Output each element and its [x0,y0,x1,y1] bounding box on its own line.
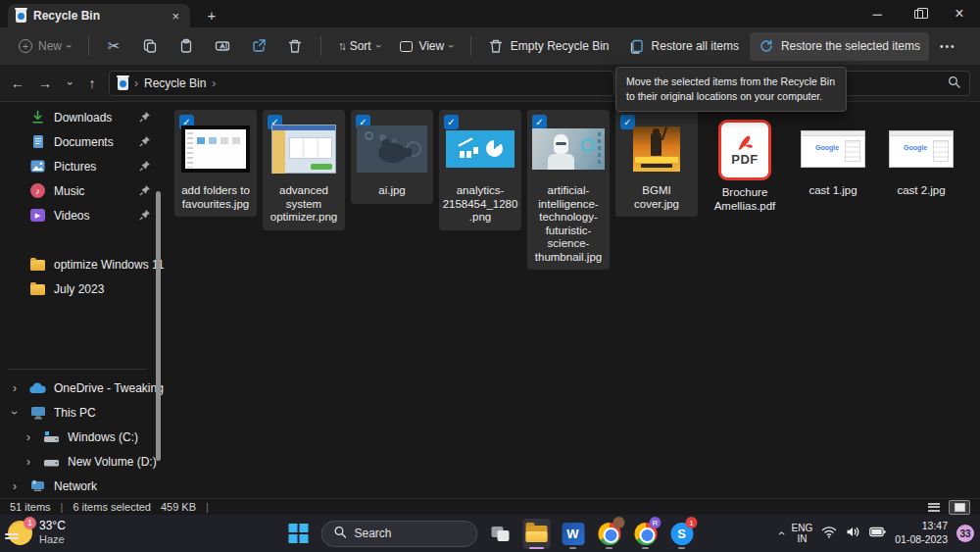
copy-icon [142,38,159,55]
task-view-button[interactable] [487,517,514,550]
status-bar: 51 items | 6 items selected 459 KB | [0,498,980,515]
share-icon [251,38,268,55]
chevron-right-icon[interactable]: › [22,430,35,444]
paste-icon [178,38,195,55]
file-name: cast 1.jpg [808,184,857,198]
weather-widget[interactable]: 1 33°C Haze [8,519,66,547]
restore-selected-items-button[interactable]: Restore the selected items [750,32,929,61]
chrome-profile2-button[interactable]: R [632,517,660,550]
maximize-button[interactable] [898,0,939,27]
taskbar-search[interactable]: Search [321,521,478,547]
file-tile[interactable]: ✓ analytics-2158454_1280.png [439,110,521,230]
wifi-icon[interactable] [821,526,837,541]
address-field[interactable]: › Recycle Bin › [109,71,614,96]
new-tab-button[interactable]: + [201,5,222,25]
view-button[interactable]: View › [391,33,462,59]
file-name: add folders to favourites.jpg [177,184,254,211]
chrome-button[interactable] [596,517,623,550]
file-tile[interactable]: ✓ BGMI cover.jpg [615,110,698,217]
divider [88,36,89,56]
sidebar-item-documents[interactable]: Documents [0,129,165,154]
google-logo: Google [904,144,927,151]
running-indicator [569,547,576,550]
sidebar-item-videos[interactable]: ▶ Videos [0,203,165,227]
hidden-icons-chevron[interactable]: › [774,531,788,535]
sidebar-item-music[interactable]: ♪ Music [0,178,165,203]
weather-condition: Haze [39,533,66,547]
more-options-button[interactable]: ••• [931,35,965,58]
sort-button[interactable]: ↑↓ Sort › [329,33,390,59]
copy-button[interactable] [133,32,168,61]
main-area: Downloads Documents Pictures ♪ Music [0,102,980,498]
checkbox-checked[interactable]: ✓ [532,115,547,129]
sidebar-item-july-2023[interactable]: July 2023 [0,276,165,301]
checkbox-checked[interactable]: ✓ [444,115,459,129]
file-tile[interactable]: ✓ advanced system optimizer.png [263,110,345,230]
delete-button[interactable] [278,32,313,61]
notification-count-badge[interactable]: 33 [956,525,974,542]
downloads-icon [29,109,46,125]
paste-button[interactable] [170,32,204,61]
file-tile[interactable]: PDF Brochure Amellias.pdf [704,110,786,219]
rename-button[interactable] [206,32,240,61]
file-tile[interactable]: ✓ artificial-intelligence-technology-fut… [527,110,610,270]
chevron-right-icon[interactable]: › [8,479,22,493]
sidebar-item-optimize-windows-11[interactable]: optimize Windows 11 [0,252,165,276]
close-button[interactable]: × [939,0,980,27]
battery-icon[interactable] [869,527,886,540]
folder-icon [29,256,46,273]
share-button[interactable] [242,32,276,61]
breadcrumb-chevron-icon: › [134,76,138,90]
thumbnail-view-icon [955,503,965,512]
chevron-down-icon: › [373,44,385,48]
up-button[interactable]: ↑ [80,73,104,94]
breadcrumb-chevron-icon[interactable]: › [212,76,216,90]
system-tray: › ENG IN 13:47 01-08-2023 33 [779,515,974,552]
word-button[interactable]: W [560,517,587,550]
chrome-profile-badge: R [650,517,662,528]
thumbnail-view-button[interactable] [949,500,970,515]
back-button[interactable]: ← [6,73,29,94]
volume-icon[interactable] [846,526,860,541]
sidebar-scrollbar[interactable] [156,191,161,461]
details-view-button[interactable] [923,500,945,515]
breadcrumb-location[interactable]: Recycle Bin [144,76,206,90]
file-tile[interactable]: Google cast 1.jpg [792,110,874,204]
tab-title: Recycle Bin [33,9,162,23]
sidebar-item-pictures[interactable]: Pictures [0,154,165,178]
start-button[interactable] [285,517,313,550]
file-explorer-button[interactable] [523,517,551,550]
running-indicator [678,547,685,550]
file-grid: ✓ add folders to favourites.jpg ✓ advanc… [167,102,980,498]
chevron-right-icon[interactable]: › [22,455,35,469]
sidebar-item-this-pc[interactable]: › This PC [0,400,165,425]
sidebar-item-onedrive[interactable]: › OneDrive - Tweaking Techn [0,376,165,400]
language-indicator[interactable]: ENG IN [792,523,813,545]
empty-recycle-bin-button[interactable]: Empty Recycle Bin [479,32,618,61]
new-button[interactable]: + New › [10,33,80,59]
clock[interactable]: 13:47 01-08-2023 [895,520,948,546]
file-name: cast 2.jpg [897,184,945,198]
sidebar-item-new-volume-d[interactable]: › New Volume (D:) [0,449,165,474]
cut-button[interactable]: ✂ [97,32,131,61]
chevron-down-icon: › [64,44,75,48]
ellipsis-icon: ••• [940,41,956,52]
file-tile[interactable]: ✓ ai.jpg [351,110,433,204]
skype-button[interactable]: S 1 [668,517,696,550]
sidebar-item-network[interactable]: › Network [0,474,165,498]
file-tile[interactable]: ✓ add folders to favourites.jpg [174,110,257,217]
forward-button[interactable]: → [33,73,57,94]
file-tile[interactable]: Google cast 2.jpg [880,110,962,204]
minimize-button[interactable]: ─ [857,0,898,27]
tab-recycle-bin[interactable]: Recycle Bin × [8,4,190,27]
restore-all-items-button[interactable]: Restore all items [620,32,748,61]
tab-close-icon[interactable]: × [169,9,182,24]
drive-c-icon [43,428,60,445]
recent-locations-button[interactable]: › [59,73,82,94]
windows-logo-icon [288,524,309,544]
sidebar-item-windows-c[interactable]: › Windows (C:) [0,425,165,449]
chevron-expanded-icon[interactable]: › [8,406,22,420]
chrome-profile-avatar [613,517,625,528]
sidebar-item-downloads[interactable]: Downloads [0,105,165,129]
chevron-right-icon[interactable]: › [8,381,22,395]
